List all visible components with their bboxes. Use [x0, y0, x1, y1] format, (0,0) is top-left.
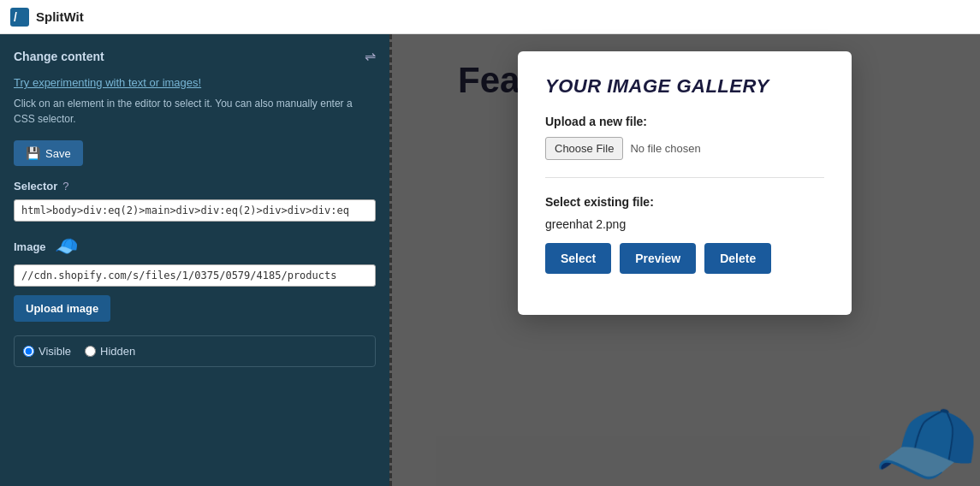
save-label: Save [45, 147, 71, 160]
left-panel: Change content ⇌ Try experimenting with … [0, 34, 389, 486]
select-label: Select [561, 252, 596, 265]
select-button[interactable]: Select [545, 243, 611, 274]
upload-section-label: Upload a new file: [545, 115, 824, 128]
panel-header: Change content ⇌ [14, 48, 376, 64]
panel-title: Change content [14, 50, 104, 63]
visible-radio[interactable] [23, 346, 34, 357]
hat-icon: 🧢 [55, 235, 78, 258]
existing-section-label: Select existing file: [545, 195, 824, 209]
hint-text: Click on an element in the editor to sel… [14, 96, 376, 127]
image-url-input[interactable] [14, 264, 376, 287]
selector-input[interactable] [14, 199, 376, 222]
help-icon[interactable]: ? [62, 180, 68, 193]
visible-label: Visible [39, 345, 71, 358]
preview-button[interactable]: Preview [620, 243, 696, 274]
try-link[interactable]: Try experimenting with text or images! [14, 76, 376, 89]
modal-overlay: YOUR IMAGE GALLERY Upload a new file: Ch… [389, 34, 980, 486]
no-file-text: No file chosen [630, 142, 700, 155]
svg-text:/: / [14, 10, 17, 24]
save-button[interactable]: 💾 Save [14, 140, 83, 166]
choose-file-button[interactable]: Choose File [545, 137, 623, 160]
image-row: Image 🧢 [14, 235, 376, 258]
visibility-row: Visible Hidden [14, 335, 376, 367]
upload-btn-label: Upload image [26, 302, 98, 315]
image-label: Image [14, 240, 46, 253]
existing-filename: greenhat 2.png [545, 217, 824, 231]
brand-name: SplitWit [36, 9, 84, 24]
save-icon: 💾 [26, 146, 40, 160]
delete-label: Delete [720, 252, 756, 265]
modal-title: YOUR IMAGE GALLERY [545, 75, 824, 98]
hidden-radio[interactable] [85, 346, 96, 357]
selector-label: Selector [14, 180, 57, 193]
image-gallery-modal: YOUR IMAGE GALLERY Upload a new file: Ch… [518, 51, 852, 315]
upload-image-button[interactable]: Upload image [14, 295, 110, 322]
hidden-radio-label[interactable]: Hidden [85, 345, 135, 358]
preview-label: Preview [635, 252, 680, 265]
visible-radio-label[interactable]: Visible [23, 345, 71, 358]
logo-icon: / [10, 8, 29, 27]
topbar: / SplitWit [0, 0, 980, 34]
choose-file-label: Choose File [555, 142, 614, 155]
delete-button[interactable]: Delete [704, 243, 771, 274]
hidden-label: Hidden [100, 345, 135, 358]
file-input-row: Choose File No file chosen [545, 137, 824, 178]
modal-actions: Select Preview Delete [545, 243, 824, 274]
existing-file-section: Select existing file: greenhat 2.png Sel… [545, 195, 824, 274]
swap-icon: ⇌ [365, 48, 376, 64]
selector-row: Selector ? [14, 180, 376, 193]
